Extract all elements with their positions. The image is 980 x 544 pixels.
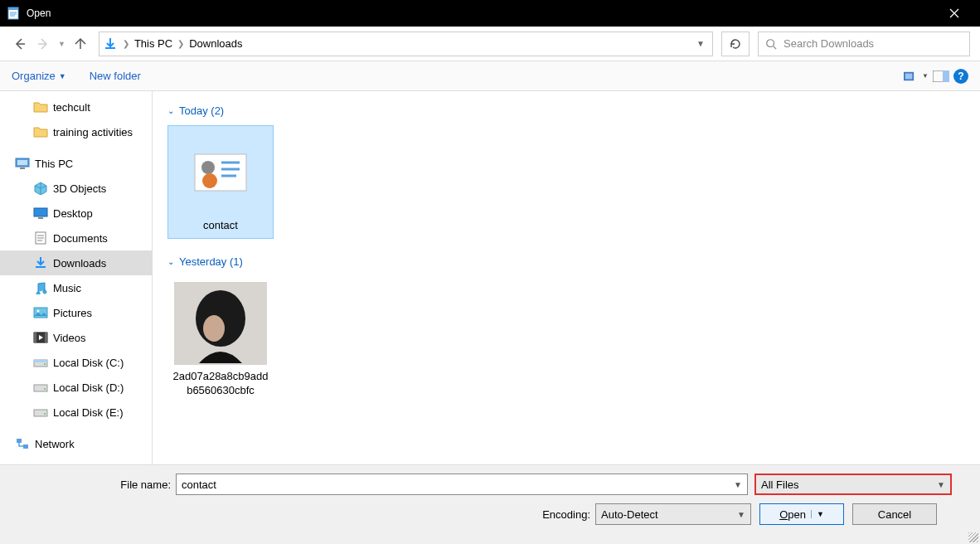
breadcrumb-current[interactable]: Downloads <box>186 37 245 50</box>
group-header-label: Today (2) <box>179 104 224 117</box>
forward-button[interactable] <box>33 34 53 54</box>
folder-icon <box>33 125 48 138</box>
disk-icon <box>33 406 48 419</box>
help-button[interactable]: ? <box>953 69 968 84</box>
filename-combo[interactable]: contact ▼ <box>176 474 748 495</box>
file-item-contact[interactable]: contact <box>167 125 274 239</box>
sidebar-item-disk-d[interactable]: Local Disk (D:) <box>0 375 152 400</box>
file-item-photo[interactable]: 2ad07a28a8cb9addb6560630cbfc <box>167 276 274 404</box>
up-button[interactable] <box>70 34 90 54</box>
svg-line-12 <box>774 46 777 49</box>
arrow-right-icon <box>36 37 50 51</box>
close-icon <box>949 8 959 18</box>
computer-icon <box>15 157 30 170</box>
pictures-icon <box>33 306 48 319</box>
sidebar-item-videos[interactable]: Videos <box>0 325 152 350</box>
sidebar-item-3dobjects[interactable]: 3D Objects <box>0 176 152 201</box>
navbar: ▼ ❯ This PC ❯ Downloads ▼ <box>0 27 980 61</box>
sidebar-item-label: Documents <box>53 232 108 245</box>
sidebar-item-label: techcult <box>53 101 90 114</box>
preview-pane-button[interactable] <box>929 66 953 86</box>
file-name: contact <box>172 219 269 233</box>
photo-thumbnail <box>174 282 267 365</box>
sidebar-item-techcult[interactable]: techcult <box>0 95 152 119</box>
disk-icon <box>33 356 48 369</box>
sidebar-item-documents[interactable]: Documents <box>0 226 152 250</box>
filetype-combo[interactable]: All Files ▼ <box>754 474 952 495</box>
svg-point-43 <box>202 173 217 188</box>
group-header-today[interactable]: ⌄ Today (2) <box>167 104 965 117</box>
encoding-combo[interactable]: Auto-Detect ▼ <box>595 503 751 525</box>
new-folder-label: New folder <box>90 70 141 82</box>
svg-rect-27 <box>34 308 47 318</box>
svg-rect-20 <box>34 208 47 216</box>
cancel-label: Cancel <box>878 508 911 521</box>
svg-point-49 <box>203 315 225 342</box>
sidebar-item-label: Music <box>53 282 81 294</box>
breadcrumb-root[interactable]: This PC <box>131 37 176 50</box>
svg-rect-10 <box>105 47 115 49</box>
svg-point-34 <box>44 363 46 365</box>
breadcrumb-dropdown-icon[interactable]: ▼ <box>692 39 709 48</box>
chevron-down-icon: ▼ <box>734 480 742 489</box>
close-button[interactable] <box>935 0 973 27</box>
open-button[interactable]: Open ▼ <box>759 503 844 525</box>
svg-rect-19 <box>20 168 25 169</box>
chevron-down-icon: ⌄ <box>167 106 174 115</box>
resize-grip[interactable] <box>968 532 978 542</box>
encoding-label: Encoding: <box>0 508 595 521</box>
group-header-yesterday[interactable]: ⌄ Yesterday (1) <box>167 255 965 268</box>
organize-button[interactable]: Organize ▼ <box>12 70 66 82</box>
svg-rect-16 <box>943 70 949 82</box>
sidebar-item-disk-c[interactable]: Local Disk (C:) <box>0 350 152 375</box>
sidebar-item-desktop[interactable]: Desktop <box>0 201 152 226</box>
back-button[interactable] <box>10 34 30 54</box>
chevron-down-icon: ▼ <box>922 72 929 80</box>
search-box[interactable] <box>758 32 970 56</box>
sidebar-item-music[interactable]: Music <box>0 275 152 300</box>
chevron-down-icon: ▼ <box>937 480 945 489</box>
file-list[interactable]: ⌄ Today (2) contact ⌄ Yesterday (1) 2ad0… <box>153 91 980 464</box>
sidebar-item-label: Desktop <box>53 207 93 220</box>
breadcrumb-sep-icon[interactable]: ❯ <box>121 39 131 48</box>
sidebar-item-label: Downloads <box>53 257 106 270</box>
encoding-value: Auto-Detect <box>601 508 658 521</box>
cancel-button[interactable]: Cancel <box>852 503 937 525</box>
toolbar: Organize ▼ New folder ▼ ? <box>0 61 980 91</box>
file-name: 2ad07a28a8cb9addb6560630cbfc <box>172 370 269 398</box>
sidebar-item-downloads[interactable]: Downloads <box>0 250 152 275</box>
refresh-button[interactable] <box>721 32 750 56</box>
music-icon <box>33 281 48 294</box>
new-folder-button[interactable]: New folder <box>90 70 141 82</box>
view-thumbnails-icon <box>904 70 919 83</box>
sidebar-item-label: Pictures <box>53 307 92 319</box>
view-mode-button[interactable]: ▼ <box>904 66 929 86</box>
svg-rect-18 <box>17 160 27 165</box>
chevron-down-icon: ▼ <box>737 510 745 519</box>
disk-icon <box>33 381 48 394</box>
search-input[interactable] <box>784 37 963 50</box>
svg-point-42 <box>201 161 215 174</box>
titlebar: Open <box>0 0 980 27</box>
sidebar-item-disk-e[interactable]: Local Disk (E:) <box>0 400 152 425</box>
svg-rect-40 <box>23 444 28 449</box>
sidebar-item-label: Network <box>35 438 75 450</box>
sidebar-item-pictures[interactable]: Pictures <box>0 300 152 325</box>
sidebar-item-thispc[interactable]: This PC <box>0 151 152 176</box>
sidebar-item-training[interactable]: training activities <box>0 119 152 144</box>
sidebar-item-network[interactable]: Network <box>0 431 152 456</box>
arrow-left-icon <box>13 37 27 51</box>
history-dropdown-icon[interactable]: ▼ <box>58 40 65 48</box>
videos-icon <box>33 331 48 344</box>
sidebar[interactable]: techcult training activities This PC 3D … <box>0 91 153 464</box>
preview-pane-icon <box>933 70 949 82</box>
sidebar-item-label: This PC <box>35 158 73 170</box>
group-header-label: Yesterday (1) <box>179 255 243 268</box>
organize-label: Organize <box>12 70 56 82</box>
breadcrumb[interactable]: ❯ This PC ❯ Downloads ▼ <box>99 32 713 56</box>
filetype-value: All Files <box>761 478 799 491</box>
cube-icon <box>33 182 48 195</box>
sidebar-item-label: 3D Objects <box>53 182 106 195</box>
svg-point-28 <box>37 310 40 313</box>
bottom-panel: File name: contact ▼ All Files ▼ Encodin… <box>0 464 980 544</box>
